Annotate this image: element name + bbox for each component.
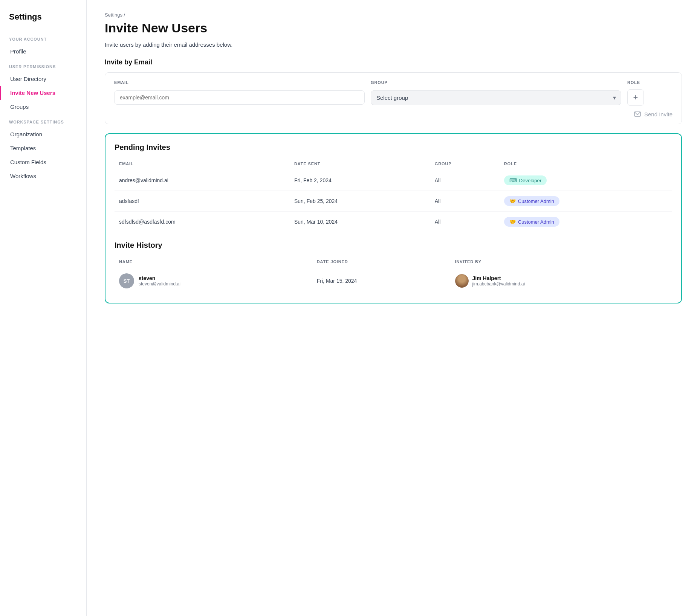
sidebar-title: Settings bbox=[0, 12, 86, 31]
invite-history-table: NAME DATE JOINED INVITED BY ST steven st… bbox=[115, 256, 672, 294]
invite-by-email-card: EMAIL GROUP ROLE Select group + Send Inv… bbox=[105, 72, 682, 124]
table-row: adsfasdf Sun, Feb 25, 2024 All 🤝 Custome… bbox=[115, 191, 672, 212]
col-label-email: EMAIL bbox=[114, 80, 365, 85]
email-input[interactable] bbox=[114, 90, 365, 105]
col-label-role: ROLE bbox=[627, 80, 672, 85]
table-row: sdfsdfsd@asdfasfd.com Sun, Mar 10, 2024 … bbox=[115, 212, 672, 232]
pending-role-cell: ⌨ Developer bbox=[500, 170, 672, 191]
role-badge-icon: 🤝 bbox=[509, 198, 516, 204]
pending-invites-body: andres@validmind.ai Fri, Feb 2, 2024 All… bbox=[115, 170, 672, 232]
inviter-info: Jim Halpert jim.abcbank@validmind.ai bbox=[472, 275, 525, 287]
mail-icon bbox=[634, 110, 641, 118]
highlighted-box: Pending Invites EMAIL DATE SENT GROUP RO… bbox=[105, 133, 682, 303]
pending-group-cell: All bbox=[430, 170, 500, 191]
pending-table-header-row: EMAIL DATE SENT GROUP ROLE bbox=[115, 158, 672, 170]
sidebar-item-invite-new-users[interactable]: Invite New Users bbox=[0, 86, 86, 100]
role-badge-label: Customer Admin bbox=[518, 219, 554, 225]
pending-invites-title: Pending Invites bbox=[115, 143, 672, 152]
add-role-button[interactable]: + bbox=[627, 89, 644, 106]
inviter-email: jim.abcbank@validmind.ai bbox=[472, 281, 525, 287]
role-badge: 🤝 Customer Admin bbox=[504, 196, 559, 206]
page-description: Invite users by adding their email addre… bbox=[105, 41, 682, 48]
pending-email-cell: adsfasdf bbox=[115, 191, 290, 212]
invite-by-email-title: Invite by Email bbox=[105, 58, 682, 66]
user-email: steven@validmind.ai bbox=[139, 281, 180, 287]
sidebar-item-organization[interactable]: Organization bbox=[0, 127, 86, 141]
pending-col-role: ROLE bbox=[500, 158, 672, 170]
sidebar: Settings YOUR ACCOUNT Profile USER PERMI… bbox=[0, 0, 87, 616]
invite-history-body: ST steven steven@validmind.ai Fri, Mar 1… bbox=[115, 268, 672, 294]
invite-history-title: Invite History bbox=[115, 241, 672, 250]
invite-form-header: EMAIL GROUP ROLE bbox=[114, 80, 672, 85]
role-badge-icon: ⌨ bbox=[509, 177, 517, 183]
pending-col-group: GROUP bbox=[430, 158, 500, 170]
role-badge-icon: 🤝 bbox=[509, 219, 516, 225]
send-invite-row: Send Invite bbox=[114, 110, 672, 118]
breadcrumb: Settings / bbox=[105, 12, 682, 18]
table-row: andres@validmind.ai Fri, Feb 2, 2024 All… bbox=[115, 170, 672, 191]
breadcrumb-separator: / bbox=[124, 12, 125, 18]
plus-icon: + bbox=[633, 93, 638, 102]
history-name-cell: ST steven steven@validmind.ai bbox=[115, 268, 312, 294]
history-table-header-row: NAME DATE JOINED INVITED BY bbox=[115, 256, 672, 268]
send-invite-label: Send Invite bbox=[644, 111, 672, 117]
breadcrumb-parent[interactable]: Settings bbox=[105, 12, 122, 18]
invite-form-row: Select group + bbox=[114, 89, 672, 106]
sidebar-item-profile[interactable]: Profile bbox=[0, 44, 86, 58]
role-badge-label: Developer bbox=[519, 178, 541, 183]
user-info: steven steven@validmind.ai bbox=[139, 275, 180, 287]
sidebar-section-workspace: WORKSPACE SETTINGS bbox=[0, 114, 86, 127]
user-name: steven bbox=[139, 275, 180, 281]
pending-role-cell: 🤝 Customer Admin bbox=[500, 212, 672, 232]
history-invited-by-cell: Jim Halpert jim.abcbank@validmind.ai bbox=[451, 268, 672, 294]
group-select-wrapper: Select group bbox=[371, 90, 621, 105]
role-badge: ⌨ Developer bbox=[504, 175, 547, 185]
pending-email-cell: sdfsdfsd@asdfasfd.com bbox=[115, 212, 290, 232]
pending-col-email: EMAIL bbox=[115, 158, 290, 170]
main-content: Settings / Invite New Users Invite users… bbox=[87, 0, 700, 616]
pending-group-cell: All bbox=[430, 212, 500, 232]
history-col-name: NAME bbox=[115, 256, 312, 268]
inviter-avatar-photo bbox=[455, 274, 469, 288]
history-col-invited-by: INVITED BY bbox=[451, 256, 672, 268]
pending-col-date-sent: DATE SENT bbox=[290, 158, 430, 170]
sidebar-section-your-account: YOUR ACCOUNT bbox=[0, 31, 86, 44]
table-row: ST steven steven@validmind.ai Fri, Mar 1… bbox=[115, 268, 672, 294]
pending-email-cell: andres@validmind.ai bbox=[115, 170, 290, 191]
avatar: ST bbox=[119, 273, 134, 288]
user-cell: ST steven steven@validmind.ai bbox=[119, 273, 308, 288]
invited-by-cell: Jim Halpert jim.abcbank@validmind.ai bbox=[455, 274, 668, 288]
role-badge: 🤝 Customer Admin bbox=[504, 217, 559, 227]
pending-invites-table: EMAIL DATE SENT GROUP ROLE andres@validm… bbox=[115, 158, 672, 232]
sidebar-item-custom-fields[interactable]: Custom Fields bbox=[0, 155, 86, 169]
pending-role-cell: 🤝 Customer Admin bbox=[500, 191, 672, 212]
inviter-avatar bbox=[455, 274, 469, 288]
history-col-date-joined: DATE JOINED bbox=[312, 256, 451, 268]
col-label-group: GROUP bbox=[371, 80, 621, 85]
pending-date-cell: Sun, Mar 10, 2024 bbox=[290, 212, 430, 232]
pending-date-cell: Fri, Feb 2, 2024 bbox=[290, 170, 430, 191]
pending-group-cell: All bbox=[430, 191, 500, 212]
role-badge-label: Customer Admin bbox=[518, 198, 554, 204]
inviter-name: Jim Halpert bbox=[472, 275, 525, 281]
sidebar-item-workflows[interactable]: Workflows bbox=[0, 169, 86, 183]
page-title: Invite New Users bbox=[105, 21, 682, 35]
pending-date-cell: Sun, Feb 25, 2024 bbox=[290, 191, 430, 212]
history-date-cell: Fri, Mar 15, 2024 bbox=[312, 268, 451, 294]
sidebar-item-groups[interactable]: Groups bbox=[0, 100, 86, 114]
group-select[interactable]: Select group bbox=[371, 90, 621, 105]
sidebar-section-user-permissions: USER PERMISSIONS bbox=[0, 58, 86, 72]
sidebar-item-templates[interactable]: Templates bbox=[0, 141, 86, 155]
send-invite-button[interactable]: Send Invite bbox=[634, 110, 672, 118]
sidebar-item-user-directory[interactable]: User Directory bbox=[0, 72, 86, 86]
